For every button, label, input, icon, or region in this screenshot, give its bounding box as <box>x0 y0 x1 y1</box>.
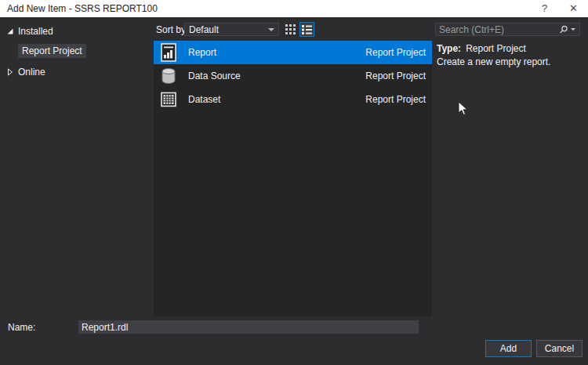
list-item-dataset[interactable]: Dataset Report Project <box>154 88 432 111</box>
item-name: Data Source <box>188 70 241 81</box>
name-label: Name: <box>8 322 35 333</box>
tree-item-label: Report Project <box>18 44 86 58</box>
report-icon <box>158 42 179 63</box>
list-view-icon <box>302 24 312 34</box>
small-icons-view-button[interactable] <box>283 22 298 37</box>
tree-item-online[interactable]: Online <box>0 65 154 79</box>
type-value: Report Project <box>466 43 526 54</box>
search-icon[interactable] <box>559 25 568 34</box>
type-description: Create a new empty report. <box>437 56 550 67</box>
list-view-button[interactable] <box>299 22 314 37</box>
add-new-item-dialog: Add New Item - SSRS REPORT100 ? ✕ Instal… <box>0 0 588 365</box>
category-tree: Installed Report Project Online <box>0 17 154 316</box>
item-group: Report Project <box>365 47 426 58</box>
list-item-data-source[interactable]: Data Source Report Project <box>154 64 432 88</box>
tree-item-report-project[interactable]: Report Project <box>18 44 154 58</box>
sort-value: Default <box>185 24 219 35</box>
help-button[interactable]: ? <box>530 0 559 17</box>
sort-toolbar: Sort by: Default <box>154 17 432 41</box>
titlebar: Add New Item - SSRS REPORT100 ? ✕ <box>0 0 588 17</box>
search-options-chevron-icon[interactable] <box>571 28 575 31</box>
name-input[interactable] <box>78 320 419 334</box>
tree-item-label: Online <box>18 67 45 78</box>
item-name: Report <box>188 47 216 58</box>
titlebar-buttons: ? ✕ <box>530 0 588 17</box>
details-panel: Type:Report Project Create a new empty r… <box>432 17 588 316</box>
search-box[interactable] <box>435 23 580 36</box>
window-title: Add New Item - SSRS REPORT100 <box>0 3 158 14</box>
list-item-report[interactable]: Report Report Project <box>154 41 432 64</box>
mouse-cursor-icon <box>458 101 469 117</box>
chevron-down-icon <box>268 28 274 31</box>
item-group: Report Project <box>365 94 426 105</box>
tree-expanded-icon[interactable] <box>6 27 14 35</box>
sort-dropdown[interactable]: Default <box>184 23 279 36</box>
cancel-button[interactable]: Cancel <box>536 340 583 357</box>
type-label: Type: <box>437 43 461 54</box>
template-list: Report Report Project Data Source Report… <box>154 41 432 316</box>
small-icons-grid-icon <box>285 23 296 35</box>
type-line: Type:Report Project <box>437 43 526 54</box>
footer: Name: Add Cancel <box>0 316 588 365</box>
tree-collapsed-icon[interactable] <box>6 68 14 76</box>
item-group: Report Project <box>365 70 426 81</box>
table-icon <box>158 89 179 110</box>
item-name: Dataset <box>188 94 220 105</box>
add-button[interactable]: Add <box>485 340 532 357</box>
tree-item-installed[interactable]: Installed <box>0 24 154 38</box>
template-panel: Sort by: Default <box>154 17 432 316</box>
close-button[interactable]: ✕ <box>559 0 588 17</box>
tree-item-label: Installed <box>18 26 53 37</box>
search-input[interactable] <box>436 24 559 35</box>
database-icon <box>158 66 179 86</box>
